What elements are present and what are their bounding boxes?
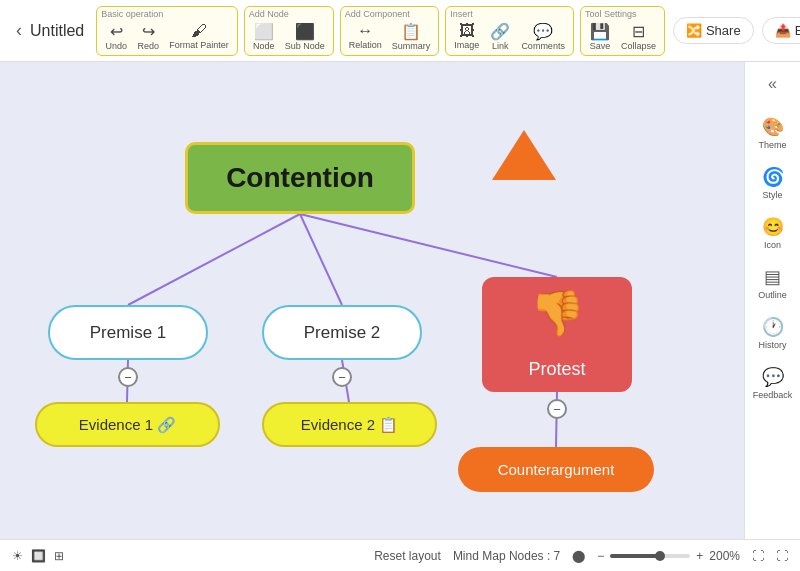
zoom-in-button[interactable]: +	[696, 549, 703, 563]
collapse-premise2-button[interactable]: −	[332, 367, 352, 387]
feedback-label: Feedback	[753, 390, 793, 400]
icon-label: Icon	[764, 240, 781, 250]
node-premise1[interactable]: Premise 1	[48, 305, 208, 360]
zoom-bar-fill	[610, 554, 658, 558]
grid-icon[interactable]: 🔲	[31, 549, 46, 563]
reset-layout-button[interactable]: Reset layout	[374, 549, 441, 563]
toolbar-group-add-node: Add Node ⬜ Node ⬛ Sub Node	[244, 6, 334, 56]
right-sidebar: « 🎨 Theme 🌀 Style 😊 Icon ▤ Outline 🕐 His…	[744, 62, 800, 539]
fit-screen-button[interactable]: ⛶	[752, 549, 764, 563]
sidebar-item-icon[interactable]: 😊 Icon	[749, 210, 797, 256]
sidebar-item-history[interactable]: 🕐 History	[749, 310, 797, 356]
main-area: Contention Premise 1 − Premise 2 − 👎 Pro…	[0, 62, 800, 539]
fullscreen-button[interactable]: ⛶	[776, 549, 788, 563]
export-label: Export	[795, 23, 800, 38]
svg-line-1	[300, 214, 342, 305]
export-button[interactable]: 📤 Export	[762, 17, 800, 44]
evidence2-label: Evidence 2 📋	[301, 416, 398, 434]
save-icon: 💾	[590, 22, 610, 41]
toolbar-group-insert-buttons: 🖼 Image 🔗 Link 💬 Comments	[450, 20, 569, 53]
summary-button[interactable]: 📋 Summary	[388, 20, 435, 53]
svg-line-0	[128, 214, 300, 305]
node-evidence2[interactable]: Evidence 2 📋	[262, 402, 437, 447]
image-button[interactable]: 🖼 Image	[450, 20, 483, 53]
collapse-button[interactable]: ⊟ Collapse	[617, 20, 660, 53]
redo-label: Redo	[137, 41, 159, 51]
feedback-icon: 💬	[762, 366, 784, 388]
toolbar: Basic operation ↩ Undo ↪ Redo 🖌 Format P…	[96, 6, 669, 56]
history-label: History	[758, 340, 786, 350]
svg-line-2	[300, 214, 557, 277]
sidebar-item-theme[interactable]: 🎨 Theme	[749, 110, 797, 156]
toolbar-group-add-component: Add Component ↔ Relation 📋 Summary	[340, 6, 440, 56]
collapse-premise1-button[interactable]: −	[118, 367, 138, 387]
arrow-up-indicator	[492, 130, 556, 180]
undo-icon: ↩	[110, 22, 123, 41]
node-contention[interactable]: Contention	[185, 142, 415, 214]
toolbar-group-basic-label: Basic operation	[101, 9, 163, 19]
sidebar-item-style[interactable]: 🌀 Style	[749, 160, 797, 206]
comments-icon: 💬	[533, 22, 553, 41]
outline-icon: ▤	[764, 266, 781, 288]
save-button[interactable]: 💾 Save	[585, 20, 615, 53]
redo-icon: ↪	[142, 22, 155, 41]
zoom-handle	[655, 551, 665, 561]
document-title: Untitled	[30, 22, 84, 40]
premise1-label: Premise 1	[90, 323, 167, 343]
export-icon: 📤	[775, 23, 791, 38]
node-counterargument[interactable]: Counterargument	[458, 447, 654, 492]
collapse-protest-button[interactable]: −	[547, 399, 567, 419]
share-icon: 🔀	[686, 23, 702, 38]
relation-button[interactable]: ↔ Relation	[345, 20, 386, 53]
style-icon: 🌀	[762, 166, 784, 188]
relation-label: Relation	[349, 40, 382, 50]
sun-icon[interactable]: ☀	[12, 549, 23, 563]
comments-label: Comments	[521, 41, 565, 51]
zoom-bar[interactable]	[610, 554, 690, 558]
premise2-label: Premise 2	[304, 323, 381, 343]
collapse-icon: ⊟	[632, 22, 645, 41]
share-button[interactable]: 🔀 Share	[673, 17, 754, 44]
node-premise2[interactable]: Premise 2	[262, 305, 422, 360]
zoom-out-button[interactable]: −	[597, 549, 604, 563]
sidebar-collapse-button[interactable]: «	[757, 70, 789, 98]
sub-node-button[interactable]: ⬛ Sub Node	[281, 20, 329, 53]
counterargument-label: Counterargument	[498, 461, 615, 478]
layout-icon[interactable]: ⊞	[54, 549, 64, 563]
toolbar-group-add-node-label: Add Node	[249, 9, 289, 19]
image-label: Image	[454, 40, 479, 50]
sidebar-item-outline[interactable]: ▤ Outline	[749, 260, 797, 306]
redo-button[interactable]: ↪ Redo	[133, 20, 163, 53]
history-icon: 🕐	[762, 316, 784, 338]
nodes-count: Mind Map Nodes : 7	[453, 549, 560, 563]
thumbs-down-icon: 👎	[530, 287, 585, 339]
undo-button[interactable]: ↩ Undo	[101, 20, 131, 53]
sub-node-icon: ⬛	[295, 22, 315, 41]
node-protest[interactable]: 👎 Protest	[482, 277, 632, 392]
toolbar-group-tool-settings-buttons: 💾 Save ⊟ Collapse	[585, 20, 660, 53]
node-evidence1[interactable]: Evidence 1 🔗	[35, 402, 220, 447]
sub-node-label: Sub Node	[285, 41, 325, 51]
canvas[interactable]: Contention Premise 1 − Premise 2 − 👎 Pro…	[0, 62, 744, 539]
node-dot-icon: ⬤	[572, 549, 585, 563]
image-icon: 🖼	[459, 22, 475, 40]
link-button[interactable]: 🔗 Link	[485, 20, 515, 53]
format-painter-label: Format Painter	[169, 40, 229, 50]
undo-label: Undo	[105, 41, 127, 51]
toolbar-group-insert: Insert 🖼 Image 🔗 Link 💬 Comments	[445, 6, 574, 56]
node-button[interactable]: ⬜ Node	[249, 20, 279, 53]
toolbar-group-add-node-buttons: ⬜ Node ⬛ Sub Node	[249, 20, 329, 53]
status-bar: ☀ 🔲 ⊞ Reset layout Mind Map Nodes : 7 ⬤ …	[0, 539, 800, 571]
icon-icon: 😊	[762, 216, 784, 238]
zoom-percent-label: 200%	[709, 549, 740, 563]
toolbar-group-tool-settings: Tool Settings 💾 Save ⊟ Collapse	[580, 6, 665, 56]
toolbar-group-add-component-label: Add Component	[345, 9, 410, 19]
comments-button[interactable]: 💬 Comments	[517, 20, 569, 53]
outline-label: Outline	[758, 290, 787, 300]
node-icon: ⬜	[254, 22, 274, 41]
back-button[interactable]: ‹	[8, 16, 30, 45]
chevron-left-icon: «	[768, 75, 777, 93]
format-painter-button[interactable]: 🖌 Format Painter	[165, 20, 233, 53]
status-icons: ☀ 🔲 ⊞	[12, 549, 64, 563]
sidebar-item-feedback[interactable]: 💬 Feedback	[749, 360, 797, 406]
